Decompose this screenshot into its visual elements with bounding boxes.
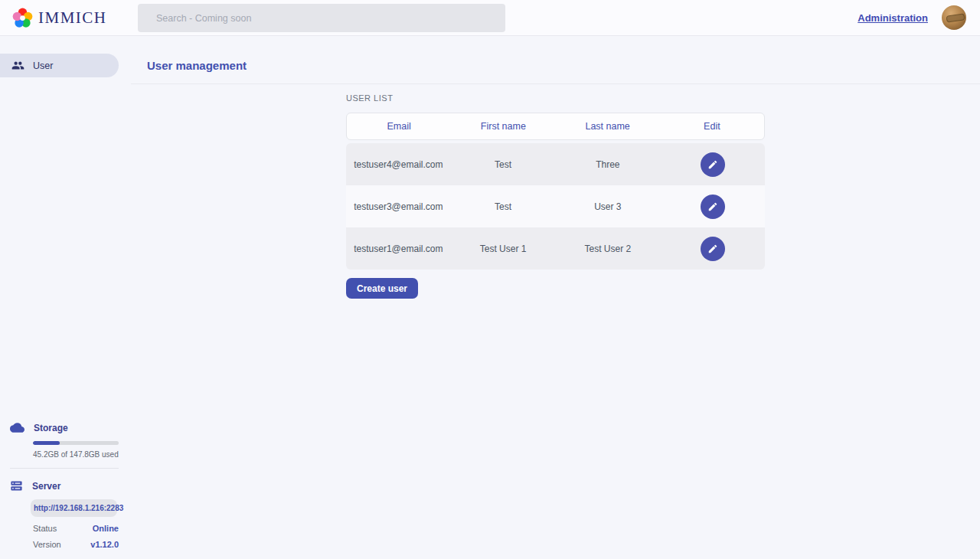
- administration-link[interactable]: Administration: [858, 12, 928, 24]
- first-name-cell: Test User 1: [451, 244, 556, 254]
- sidebar: User Storage 45.2GB of 147.8GB used: [0, 36, 131, 559]
- last-name-cell: Three: [556, 159, 661, 170]
- column-header-email: Email: [347, 121, 451, 132]
- table-header-row: EmailFirst nameLast nameEdit: [346, 113, 765, 140]
- immich-flower-icon: [12, 8, 33, 28]
- server-title: Server: [32, 481, 60, 492]
- table-body: testuser4@email.comTestThreetestuser3@em…: [346, 143, 765, 270]
- users-icon: [11, 59, 24, 72]
- column-header-edit: Edit: [660, 121, 764, 132]
- edit-cell: [660, 237, 765, 261]
- first-name-cell: Test: [451, 159, 556, 170]
- page-title: User management: [147, 59, 247, 72]
- cloud-icon: [10, 420, 24, 435]
- user-list-label: USER LIST: [346, 93, 765, 103]
- search-input[interactable]: [138, 4, 505, 32]
- sidebar-divider: [10, 468, 119, 469]
- user-avatar[interactable]: [942, 5, 966, 30]
- pencil-icon: [707, 159, 718, 170]
- storage-progress-fill: [33, 441, 60, 445]
- status-label: Status: [33, 524, 57, 533]
- pencil-icon: [707, 201, 718, 212]
- first-name-cell: Test: [451, 201, 556, 212]
- edit-user-button[interactable]: [701, 195, 725, 219]
- app-name: IMMICH: [38, 8, 107, 28]
- edit-cell: [660, 195, 765, 219]
- page-header: User management: [131, 36, 980, 84]
- app-logo[interactable]: IMMICH: [0, 8, 107, 28]
- pencil-icon: [707, 244, 718, 254]
- version-value: v1.12.0: [90, 540, 119, 549]
- status-value: Online: [93, 524, 119, 533]
- storage-title: Storage: [34, 423, 68, 433]
- email-cell: testuser1@email.com: [346, 244, 451, 254]
- table-row: testuser4@email.comTestThree: [346, 143, 765, 185]
- table-row: testuser1@email.comTest User 1Test User …: [346, 227, 765, 270]
- column-header-first-name: First name: [451, 121, 555, 132]
- server-url-badge: http://192.168.1.216:2283: [31, 499, 117, 517]
- server-status-row: Status Online: [33, 524, 119, 533]
- column-header-last-name: Last name: [556, 121, 660, 132]
- user-table: EmailFirst nameLast nameEdit testuser4@e…: [346, 113, 765, 270]
- server-icon: [10, 479, 23, 492]
- server-section-header: Server: [10, 479, 119, 492]
- main-content: User management USER LIST EmailFirst nam…: [131, 36, 980, 559]
- storage-usage-text: 45.2GB of 147.8GB used: [33, 450, 119, 459]
- last-name-cell: User 3: [556, 201, 661, 212]
- version-label: Version: [33, 540, 61, 549]
- top-bar: IMMICH Administration: [0, 0, 980, 36]
- sidebar-info-panel: Storage 45.2GB of 147.8GB used Server: [0, 420, 131, 559]
- edit-user-button[interactable]: [701, 152, 725, 177]
- sidebar-item-user[interactable]: User: [0, 54, 119, 77]
- last-name-cell: Test User 2: [556, 244, 661, 254]
- email-cell: testuser4@email.com: [346, 159, 451, 170]
- server-version-row: Version v1.12.0: [33, 540, 119, 549]
- create-user-button[interactable]: Create user: [346, 278, 418, 299]
- storage-progress-bar: [33, 441, 119, 445]
- table-row: testuser3@email.comTestUser 3: [346, 185, 765, 227]
- email-cell: testuser3@email.com: [346, 201, 451, 212]
- edit-user-button[interactable]: [701, 237, 725, 261]
- storage-section-header: Storage: [10, 420, 119, 435]
- sidebar-item-label: User: [33, 60, 53, 71]
- edit-cell: [660, 152, 765, 177]
